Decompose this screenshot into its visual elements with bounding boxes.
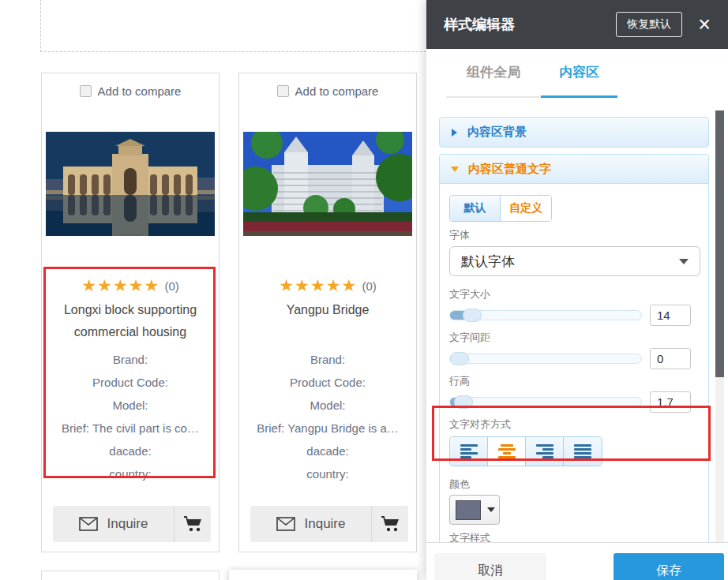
detail-dacade: dacade:: [42, 440, 219, 462]
font-select-value: 默认字体: [461, 253, 679, 271]
detail-dacade: dacade:: [239, 440, 416, 462]
inquire-label: Inquire: [305, 516, 346, 532]
detail-product-code: Product Code:: [42, 371, 219, 394]
tab-component-global[interactable]: 组件全局: [446, 63, 541, 98]
chevron-right-icon: [452, 129, 457, 137]
compare-label: Add to compare: [295, 84, 379, 98]
line-height-label: 行高: [449, 374, 699, 388]
star-rating-icons: ★★★★★: [279, 277, 357, 294]
detail-product-code: Product Code:: [239, 371, 416, 394]
mode-default-button[interactable]: 默认: [450, 196, 501, 221]
next-row-card-left: [41, 571, 220, 580]
accordion-content-background[interactable]: 内容区背景: [439, 117, 709, 148]
align-right-icon: [536, 444, 554, 458]
rating-row[interactable]: ★★★★★ (0): [42, 277, 219, 294]
accordion-header[interactable]: 内容区普通文字: [440, 155, 708, 184]
font-select[interactable]: 默认字体: [449, 246, 700, 276]
letter-spacing-row: [449, 347, 699, 369]
product-card-2: Add to compare: [238, 73, 417, 552]
panel-scrollbar[interactable]: [715, 110, 724, 542]
inquire-label: Inquire: [107, 516, 148, 532]
slider-handle[interactable]: [463, 309, 482, 322]
product-image-night-building[interactable]: [46, 132, 215, 236]
panel-header: 样式编辑器 恢复默认 ×: [426, 0, 728, 49]
save-button[interactable]: 保存: [614, 553, 724, 580]
compare-row[interactable]: Add to compare: [42, 83, 219, 99]
add-to-cart-button[interactable]: [372, 506, 408, 542]
text-style-label: 文字样式: [449, 531, 699, 542]
close-icon[interactable]: ×: [698, 14, 711, 36]
compare-checkbox[interactable]: [277, 85, 289, 97]
mode-toggle-group: 默认 自定义: [449, 195, 552, 222]
align-justify-button[interactable]: [564, 437, 602, 466]
text-align-label: 文字对齐方式: [449, 417, 699, 432]
slider-handle[interactable]: [454, 395, 473, 409]
detail-brief: Brief: The civil part is co…: [42, 417, 219, 440]
chevron-down-icon: [451, 167, 459, 172]
text-align-group: [449, 436, 602, 466]
inquire-button[interactable]: Inquire: [53, 506, 174, 542]
panel-footer: 取消 保存: [426, 542, 728, 580]
letter-spacing-label: 文字间距: [449, 331, 699, 345]
detail-model: Model:: [42, 394, 219, 417]
product-name[interactable]: Longxi block supporting commercial housi…: [50, 299, 211, 343]
detail-country: country:: [42, 462, 219, 485]
align-right-button[interactable]: [526, 437, 564, 466]
compare-checkbox[interactable]: [80, 85, 92, 97]
inquire-bar[interactable]: Inquire: [53, 506, 211, 542]
inquire-button[interactable]: Inquire: [250, 506, 372, 542]
color-picker-button[interactable]: [449, 495, 500, 525]
rating-count: (0): [164, 279, 178, 293]
font-size-input[interactable]: [650, 305, 691, 326]
product-name[interactable]: Yangpu Bridge: [247, 299, 408, 343]
add-to-cart-button[interactable]: [174, 506, 211, 542]
page: Add to compare: [0, 0, 728, 580]
product-image-day-building[interactable]: [243, 132, 412, 236]
chevron-down-icon: [487, 507, 495, 512]
chevron-down-icon: [679, 259, 689, 264]
panel-title: 样式编辑器: [444, 15, 616, 34]
detail-brand: Brand:: [42, 348, 219, 371]
detail-brief: Brief: Yangpu Bridge is a…: [239, 417, 416, 440]
accordion-header[interactable]: 内容区背景: [440, 118, 708, 147]
detail-model: Model:: [239, 394, 416, 417]
cancel-button[interactable]: 取消: [434, 553, 546, 580]
next-row-card-right: [229, 570, 417, 580]
cart-icon: [380, 515, 400, 533]
rating-row[interactable]: ★★★★★ (0): [239, 277, 416, 294]
line-height-slider[interactable]: [449, 397, 642, 407]
tab-content-area[interactable]: 内容区: [541, 63, 617, 98]
slider-handle[interactable]: [450, 352, 469, 365]
mode-custom-button[interactable]: 自定义: [501, 196, 551, 221]
product-details: Brand: Product Code: Model: Brief: The c…: [42, 348, 219, 485]
align-center-button[interactable]: [488, 437, 526, 466]
product-details: Brand: Product Code: Model: Brief: Yangp…: [239, 348, 416, 485]
envelope-icon: [276, 517, 295, 531]
font-size-slider[interactable]: [449, 310, 642, 320]
panel-scroll-area: 内容区背景 内容区普通文字 默认 自定义 字体 默认字体: [426, 110, 728, 542]
align-left-icon: [460, 444, 478, 458]
restore-default-button[interactable]: 恢复默认: [616, 12, 682, 37]
color-swatch: [456, 500, 481, 520]
line-height-row: [449, 391, 699, 413]
font-size-row: [449, 304, 699, 326]
font-size-label: 文字大小: [449, 287, 699, 301]
envelope-icon: [79, 517, 98, 531]
compare-label: Add to compare: [98, 84, 182, 98]
line-height-input[interactable]: [650, 391, 691, 413]
rating-count: (0): [362, 279, 376, 293]
inquire-bar[interactable]: Inquire: [250, 506, 408, 542]
product-card-1: Add to compare: [41, 73, 220, 552]
detail-country: country:: [239, 462, 416, 485]
panel-tabs: 组件全局 内容区: [446, 63, 617, 98]
accordion-label: 内容区背景: [467, 125, 527, 140]
style-editor-panel: 样式编辑器 恢复默认 × 组件全局 内容区 内容区背景 内容区普通文字: [426, 0, 728, 580]
align-left-button[interactable]: [450, 437, 488, 466]
letter-spacing-input[interactable]: [650, 348, 691, 369]
align-justify-icon: [574, 444, 591, 458]
compare-row[interactable]: Add to compare: [239, 83, 416, 99]
star-rating-icons: ★★★★★: [81, 277, 159, 294]
scrollbar-thumb[interactable]: [715, 110, 724, 377]
letter-spacing-slider[interactable]: [449, 354, 642, 364]
accordion-content-text: 内容区普通文字 默认 自定义 字体 默认字体 文字大小: [439, 154, 709, 542]
